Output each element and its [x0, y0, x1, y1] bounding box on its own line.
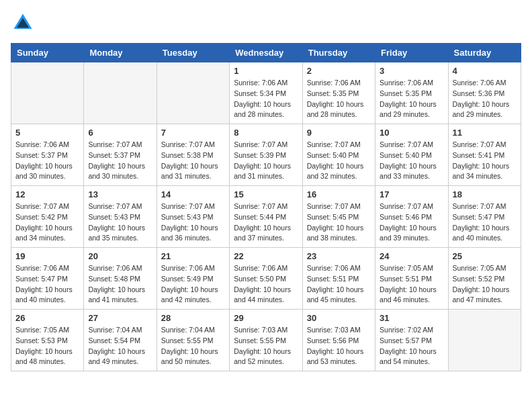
- calendar-cell: 13Sunrise: 7:07 AM Sunset: 5:43 PM Dayli…: [84, 186, 157, 248]
- day-info: Sunrise: 7:06 AM Sunset: 5:35 PM Dayligh…: [380, 78, 443, 120]
- day-number: 28: [161, 313, 225, 323]
- day-info: Sunrise: 7:06 AM Sunset: 5:51 PM Dayligh…: [307, 263, 371, 306]
- day-info: Sunrise: 7:05 AM Sunset: 5:51 PM Dayligh…: [380, 263, 443, 306]
- calendar-cell: [84, 62, 157, 124]
- day-number: 5: [15, 128, 79, 138]
- day-info: Sunrise: 7:06 AM Sunset: 5:37 PM Dayligh…: [15, 140, 79, 182]
- day-number: 15: [234, 189, 298, 199]
- day-number: 4: [453, 66, 517, 76]
- day-number: 23: [307, 251, 371, 261]
- calendar-cell: 20Sunrise: 7:06 AM Sunset: 5:48 PM Dayli…: [84, 248, 157, 310]
- day-info: Sunrise: 7:07 AM Sunset: 5:42 PM Dayligh…: [15, 201, 79, 244]
- calendar-week-row: 1Sunrise: 7:06 AM Sunset: 5:34 PM Daylig…: [11, 62, 521, 124]
- day-info: Sunrise: 7:05 AM Sunset: 5:53 PM Dayligh…: [15, 325, 79, 367]
- day-info: Sunrise: 7:04 AM Sunset: 5:55 PM Dayligh…: [161, 325, 225, 367]
- calendar-cell: 15Sunrise: 7:07 AM Sunset: 5:44 PM Dayli…: [230, 186, 302, 248]
- calendar-cell: 29Sunrise: 7:03 AM Sunset: 5:55 PM Dayli…: [230, 310, 302, 371]
- calendar-cell: 4Sunrise: 7:06 AM Sunset: 5:36 PM Daylig…: [448, 62, 521, 124]
- day-number: 24: [380, 251, 443, 261]
- day-number: 6: [88, 128, 152, 138]
- day-info: Sunrise: 7:07 AM Sunset: 5:44 PM Dayligh…: [234, 201, 298, 244]
- calendar-cell: 21Sunrise: 7:06 AM Sunset: 5:49 PM Dayli…: [157, 248, 229, 310]
- day-info: Sunrise: 7:06 AM Sunset: 5:48 PM Dayligh…: [88, 263, 152, 306]
- day-number: 30: [307, 313, 371, 323]
- logo: [11, 11, 39, 35]
- calendar-cell: [11, 62, 84, 124]
- day-info: Sunrise: 7:07 AM Sunset: 5:45 PM Dayligh…: [307, 201, 371, 244]
- day-number: 11: [453, 128, 517, 138]
- day-info: Sunrise: 7:05 AM Sunset: 5:52 PM Dayligh…: [453, 263, 517, 306]
- day-info: Sunrise: 7:06 AM Sunset: 5:35 PM Dayligh…: [307, 78, 371, 120]
- day-number: 16: [307, 189, 371, 199]
- calendar-week-row: 12Sunrise: 7:07 AM Sunset: 5:42 PM Dayli…: [11, 186, 521, 248]
- calendar-cell: 6Sunrise: 7:07 AM Sunset: 5:37 PM Daylig…: [84, 124, 157, 186]
- day-number: 18: [453, 189, 517, 199]
- calendar-cell: 2Sunrise: 7:06 AM Sunset: 5:35 PM Daylig…: [302, 62, 375, 124]
- calendar-week-row: 5Sunrise: 7:06 AM Sunset: 5:37 PM Daylig…: [11, 124, 521, 186]
- calendar-cell: 3Sunrise: 7:06 AM Sunset: 5:35 PM Daylig…: [375, 62, 448, 124]
- day-info: Sunrise: 7:07 AM Sunset: 5:46 PM Dayligh…: [380, 201, 443, 244]
- calendar-cell: 16Sunrise: 7:07 AM Sunset: 5:45 PM Dayli…: [302, 186, 375, 248]
- day-number: 12: [15, 189, 79, 199]
- day-number: 10: [380, 128, 443, 138]
- calendar-cell: 27Sunrise: 7:04 AM Sunset: 5:54 PM Dayli…: [84, 310, 157, 371]
- day-number: 21: [161, 251, 225, 261]
- day-info: Sunrise: 7:07 AM Sunset: 5:43 PM Dayligh…: [161, 201, 225, 244]
- day-number: 13: [88, 189, 152, 199]
- calendar: SundayMondayTuesdayWednesdayThursdayFrid…: [11, 43, 521, 371]
- day-info: Sunrise: 7:06 AM Sunset: 5:47 PM Dayligh…: [15, 263, 79, 306]
- day-info: Sunrise: 7:02 AM Sunset: 5:57 PM Dayligh…: [380, 325, 443, 367]
- day-info: Sunrise: 7:07 AM Sunset: 5:41 PM Dayligh…: [453, 140, 517, 182]
- day-number: 22: [234, 251, 298, 261]
- calendar-cell: 23Sunrise: 7:06 AM Sunset: 5:51 PM Dayli…: [302, 248, 375, 310]
- calendar-cell: 12Sunrise: 7:07 AM Sunset: 5:42 PM Dayli…: [11, 186, 84, 248]
- day-info: Sunrise: 7:07 AM Sunset: 5:43 PM Dayligh…: [88, 201, 152, 244]
- day-number: 27: [88, 313, 152, 323]
- day-info: Sunrise: 7:07 AM Sunset: 5:47 PM Dayligh…: [453, 201, 517, 244]
- calendar-cell: 9Sunrise: 7:07 AM Sunset: 5:40 PM Daylig…: [302, 124, 375, 186]
- day-info: Sunrise: 7:07 AM Sunset: 5:38 PM Dayligh…: [161, 140, 225, 182]
- column-header-friday: Friday: [375, 44, 448, 62]
- day-number: 7: [161, 128, 225, 138]
- day-number: 1: [234, 66, 298, 76]
- day-number: 17: [380, 189, 443, 199]
- calendar-cell: 18Sunrise: 7:07 AM Sunset: 5:47 PM Dayli…: [448, 186, 521, 248]
- day-info: Sunrise: 7:06 AM Sunset: 5:49 PM Dayligh…: [161, 263, 225, 306]
- day-info: Sunrise: 7:04 AM Sunset: 5:54 PM Dayligh…: [88, 325, 152, 367]
- day-info: Sunrise: 7:07 AM Sunset: 5:40 PM Dayligh…: [307, 140, 371, 182]
- calendar-cell: 17Sunrise: 7:07 AM Sunset: 5:46 PM Dayli…: [375, 186, 448, 248]
- calendar-header-row: SundayMondayTuesdayWednesdayThursdayFrid…: [11, 44, 521, 62]
- column-header-tuesday: Tuesday: [157, 44, 229, 62]
- day-number: 31: [380, 313, 443, 323]
- calendar-cell: 5Sunrise: 7:06 AM Sunset: 5:37 PM Daylig…: [11, 124, 84, 186]
- day-number: 8: [234, 128, 298, 138]
- calendar-cell: 22Sunrise: 7:06 AM Sunset: 5:50 PM Dayli…: [230, 248, 302, 310]
- calendar-cell: [448, 310, 521, 371]
- page-header: [11, 11, 521, 35]
- day-number: 14: [161, 189, 225, 199]
- logo-icon: [11, 11, 35, 35]
- column-header-saturday: Saturday: [448, 44, 521, 62]
- day-number: 25: [453, 251, 517, 261]
- column-header-sunday: Sunday: [11, 44, 84, 62]
- calendar-week-row: 19Sunrise: 7:06 AM Sunset: 5:47 PM Dayli…: [11, 248, 521, 310]
- calendar-cell: 24Sunrise: 7:05 AM Sunset: 5:51 PM Dayli…: [375, 248, 448, 310]
- day-info: Sunrise: 7:06 AM Sunset: 5:34 PM Dayligh…: [234, 78, 298, 120]
- column-header-wednesday: Wednesday: [230, 44, 302, 62]
- calendar-cell: 7Sunrise: 7:07 AM Sunset: 5:38 PM Daylig…: [157, 124, 229, 186]
- calendar-cell: [157, 62, 229, 124]
- day-info: Sunrise: 7:07 AM Sunset: 5:39 PM Dayligh…: [234, 140, 298, 182]
- day-info: Sunrise: 7:07 AM Sunset: 5:40 PM Dayligh…: [380, 140, 443, 182]
- day-info: Sunrise: 7:07 AM Sunset: 5:37 PM Dayligh…: [88, 140, 152, 182]
- calendar-cell: 31Sunrise: 7:02 AM Sunset: 5:57 PM Dayli…: [375, 310, 448, 371]
- day-number: 3: [380, 66, 443, 76]
- calendar-cell: 26Sunrise: 7:05 AM Sunset: 5:53 PM Dayli…: [11, 310, 84, 371]
- calendar-cell: 8Sunrise: 7:07 AM Sunset: 5:39 PM Daylig…: [230, 124, 302, 186]
- day-number: 29: [234, 313, 298, 323]
- calendar-cell: 19Sunrise: 7:06 AM Sunset: 5:47 PM Dayli…: [11, 248, 84, 310]
- day-number: 20: [88, 251, 152, 261]
- day-info: Sunrise: 7:03 AM Sunset: 5:56 PM Dayligh…: [307, 325, 371, 367]
- day-info: Sunrise: 7:06 AM Sunset: 5:50 PM Dayligh…: [234, 263, 298, 306]
- calendar-cell: 10Sunrise: 7:07 AM Sunset: 5:40 PM Dayli…: [375, 124, 448, 186]
- calendar-cell: 30Sunrise: 7:03 AM Sunset: 5:56 PM Dayli…: [302, 310, 375, 371]
